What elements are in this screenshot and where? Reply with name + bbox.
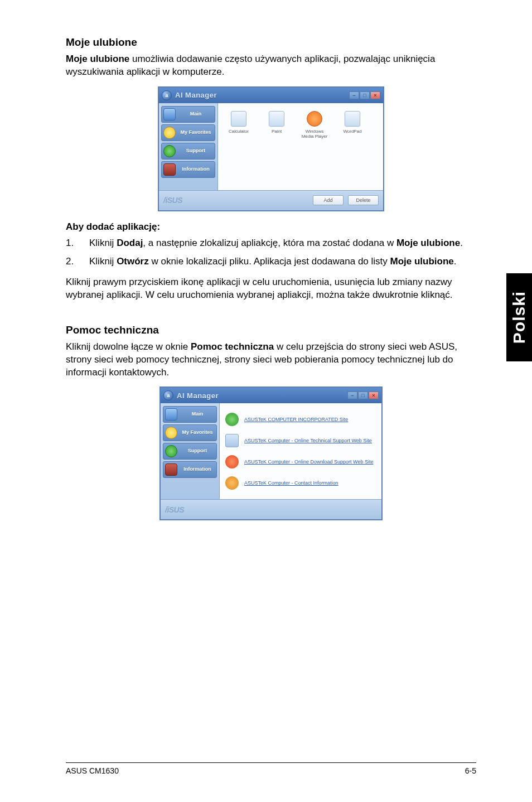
sidebar-item-support[interactable]: Support xyxy=(163,443,217,460)
delete-button[interactable]: Delete xyxy=(348,195,379,205)
information-icon xyxy=(165,463,177,476)
window-footer: /iSUS xyxy=(161,499,381,519)
fav-item-wordpad[interactable]: WordPad xyxy=(337,111,367,139)
fav-item-wmplayer[interactable]: Windows Media Player xyxy=(299,111,330,139)
paint-icon xyxy=(269,111,284,127)
support-link-1[interactable]: ASUSTeK COMPUTER INCORPORATED Site xyxy=(244,417,348,422)
favorites-icon xyxy=(165,427,177,439)
main-icon xyxy=(165,408,177,421)
language-tab: Polski xyxy=(506,273,532,361)
content-area: Calculator Paint Windows Media Player xyxy=(218,103,383,190)
brand-logo: /iSUS xyxy=(165,505,184,514)
section1-intro-bold: Moje ulubione xyxy=(66,54,129,64)
minimize-button[interactable]: – xyxy=(347,392,357,399)
add-button[interactable]: Add xyxy=(313,195,344,205)
support-link-row: ASUSTeK Computer - Contact Information xyxy=(225,472,376,494)
support-link-row: ASUSTeK COMPUTER INCORPORATED Site xyxy=(225,409,376,430)
sidebar-item-favorites[interactable]: My Favorites xyxy=(161,124,215,141)
section1-intro: Moje ulubione umożliwia dodawanie często… xyxy=(66,53,476,79)
support-icon xyxy=(165,445,177,457)
close-button[interactable]: × xyxy=(369,392,379,399)
sidebar-item-main[interactable]: Main xyxy=(161,106,215,123)
support-link-3[interactable]: ASUSTeK Computer - Online Download Suppo… xyxy=(244,459,373,465)
sidebar-item-information[interactable]: Information xyxy=(161,161,215,178)
favorites-icon xyxy=(163,127,176,139)
language-label: Polski xyxy=(510,291,529,344)
page-footer: ASUS CM1630 6-5 xyxy=(66,762,476,775)
footer-left: ASUS CM1630 xyxy=(66,766,119,775)
sidebar: Main My Favorites Support Informati xyxy=(161,403,220,499)
support-links-area: ASUSTeK COMPUTER INCORPORATED Site ASUST… xyxy=(220,403,381,499)
window-body: Main My Favorites Support Informati xyxy=(161,403,381,499)
step-1: 1. Kliknij Dodaj, a następnie zlokalizuj… xyxy=(66,237,476,250)
support-link-row: ASUSTeK Computer - Online Technical Supp… xyxy=(225,430,376,451)
section2-intro: Kliknij dowolne łącze w oknie Pomoc tech… xyxy=(66,341,476,379)
fav-item-paint[interactable]: Paint xyxy=(262,111,292,139)
sidebar: Main My Favorites Support Information xyxy=(159,103,218,190)
main-icon xyxy=(163,108,176,120)
brand-logo: /iSUS xyxy=(163,196,182,205)
footer-right: 6-5 xyxy=(465,766,476,775)
media-player-icon xyxy=(307,111,322,127)
step-2: 2. Kliknij Otwórz w oknie lokalizacji pl… xyxy=(66,255,476,268)
document-icon xyxy=(225,434,239,447)
globe-icon xyxy=(225,413,239,426)
titlebar: a AI Manager – □ × xyxy=(161,388,381,403)
support-link-4[interactable]: ASUSTeK Computer - Contact Information xyxy=(244,480,338,486)
steps-list: 1. Kliknij Dodaj, a następnie zlokalizuj… xyxy=(66,237,476,268)
maximize-button[interactable]: □ xyxy=(358,392,368,399)
section2: Pomoc techniczna Kliknij dowolne łącze w… xyxy=(66,324,476,521)
page-content: Moje ulubione Moje ulubione umożliwia do… xyxy=(0,0,532,520)
contact-icon xyxy=(225,476,239,490)
app-logo-icon: a xyxy=(163,390,173,400)
sidebar-item-favorites[interactable]: My Favorites xyxy=(163,424,217,441)
favorites-grid: Calculator Paint Windows Media Player xyxy=(218,103,383,147)
maximize-button[interactable]: □ xyxy=(360,91,370,99)
sidebar-item-information[interactable]: Information xyxy=(163,461,217,478)
window-buttons: – □ × xyxy=(349,91,380,99)
ai-manager-window-support: a AI Manager – □ × Main xyxy=(159,386,383,520)
support-link-2[interactable]: ASUSTeK Computer - Online Technical Supp… xyxy=(244,438,372,443)
app-logo-icon: a xyxy=(162,90,172,100)
sidebar-item-main[interactable]: Main xyxy=(163,406,217,423)
screenshot-favorites: a AI Manager – □ × Main My Favorites xyxy=(66,86,476,211)
fav-item-calculator[interactable]: Calculator xyxy=(224,111,254,139)
information-icon xyxy=(163,163,176,176)
minimize-button[interactable]: – xyxy=(349,91,359,99)
wordpad-icon xyxy=(345,111,360,127)
titlebar: a AI Manager – □ × xyxy=(159,88,383,103)
close-button[interactable]: × xyxy=(370,91,380,99)
section1-para: Kliknij prawym przyciskiem ikonę aplikac… xyxy=(66,276,476,302)
window-title: AI Manager xyxy=(175,91,217,99)
window-footer: /iSUS Add Delete xyxy=(159,190,383,210)
support-link-row: ASUSTeK Computer - Online Download Suppo… xyxy=(225,451,376,472)
ai-manager-window: a AI Manager – □ × Main My Favorites xyxy=(158,86,384,211)
window-body: Main My Favorites Support Information xyxy=(159,103,383,190)
section1-title: Moje ulubione xyxy=(66,36,476,49)
section1-subhead: Aby dodać aplikację: xyxy=(66,221,476,233)
section2-title: Pomoc techniczna xyxy=(66,324,476,336)
window-buttons: – □ × xyxy=(347,392,379,399)
sidebar-item-support[interactable]: Support xyxy=(161,143,215,160)
support-icon xyxy=(163,145,176,157)
download-icon xyxy=(225,455,239,468)
window-title: AI Manager xyxy=(177,392,219,400)
screenshot-support: a AI Manager – □ × Main xyxy=(66,386,476,520)
calculator-icon xyxy=(231,111,246,127)
